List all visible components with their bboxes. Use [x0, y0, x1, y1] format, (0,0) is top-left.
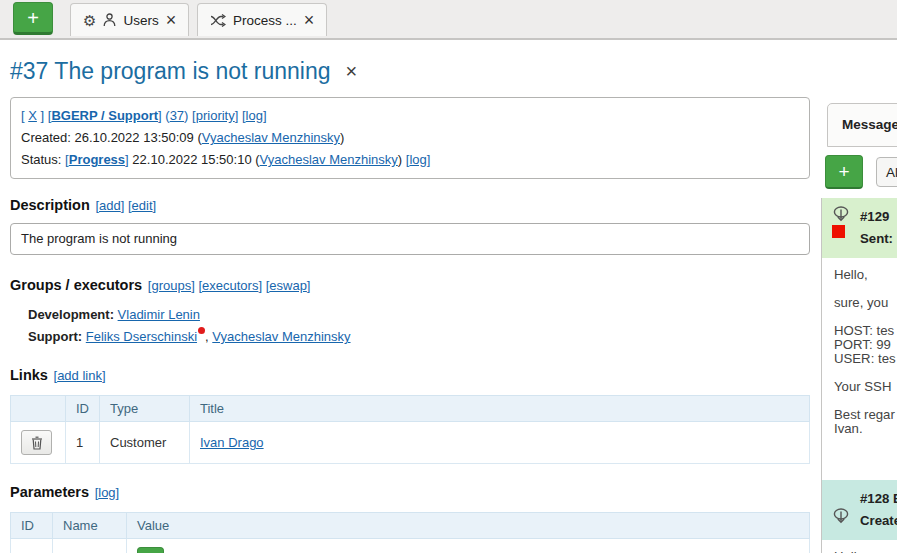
tab-users-close-icon[interactable]: × [166, 13, 177, 27]
new-tab-button[interactable]: + [13, 2, 53, 35]
messages-tab-label: Messages [842, 117, 897, 132]
parameters-table: ID Name Value 1 Address + [10, 512, 810, 553]
status-log-link[interactable]: log [409, 152, 426, 167]
created-datetime: 26.10.2022 13:50:09 [75, 130, 194, 145]
tab-process-label: Process ... [233, 13, 297, 28]
groups-link[interactable]: groups [151, 278, 191, 293]
ticket-info-box: X BGERP / Support 37 priority log Create… [10, 97, 810, 179]
ticket-view: #37 The program is not running × X BGERP… [0, 40, 820, 553]
unread-marker-icon [198, 327, 205, 334]
created-line: Created: 26.10.2022 13:50:09 Vyacheslav … [21, 127, 799, 149]
message-body-line [834, 282, 897, 296]
parameter-id-cell: 1 [11, 539, 53, 553]
project-link[interactable]: BGERP / Support [51, 108, 158, 123]
description-heading: Description [10, 197, 90, 213]
status-link[interactable]: Progress [69, 152, 125, 167]
message-body-line: USER: tes [834, 352, 897, 366]
description-text: The program is not running [21, 231, 177, 246]
executor-row-support: Support: Feliks Dserschinski, Vyacheslav… [28, 326, 820, 348]
message-meta: Sent: [860, 228, 893, 250]
links-table: ID Type Title [10, 395, 810, 464]
add-link-link[interactable]: add link [57, 368, 102, 383]
message-header: #128 E Create [822, 480, 897, 540]
created-label: Created: [21, 130, 71, 145]
add-parameter-value-button[interactable]: + [137, 547, 164, 553]
message-body-line: Your SSH [834, 380, 897, 394]
groups-heading-row: Groups / executors groups executors eswa… [10, 275, 820, 296]
gear-icon: ⚙ [83, 13, 96, 28]
description-heading-row: Description add edit [10, 195, 820, 216]
priority-link[interactable]: priority [196, 108, 235, 123]
link-type-cell: Customer [100, 422, 190, 464]
executor-link[interactable]: Feliks Dserschinski [86, 329, 197, 344]
description-add-link[interactable]: add [99, 198, 121, 213]
incoming-message-icon [832, 508, 850, 524]
links-col-type: Type [100, 396, 190, 422]
executor-separator: , [205, 329, 209, 344]
executors-link[interactable]: executors [202, 278, 258, 293]
parameters-col-name: Name [53, 513, 127, 539]
created-user-link[interactable]: Vyacheslav Menzhinsky [202, 130, 340, 145]
links-col-title: Title [190, 396, 810, 422]
tab-messages[interactable]: Messages [827, 103, 897, 147]
message-id: #128 E [860, 488, 897, 510]
parameters-heading: Parameters [10, 484, 89, 500]
links-table-header-row: ID Type Title [11, 396, 810, 422]
message-card[interactable]: #128 E Create Hello, [822, 480, 897, 553]
message-body: Hello,sure, youHOST: tesPORT: 99USER: te… [822, 258, 897, 480]
ticket-links-line: X BGERP / Support 37 priority log [21, 105, 799, 127]
ticket-id-link[interactable]: 37 [170, 108, 184, 123]
parameters-log-link[interactable]: log [98, 485, 115, 500]
message-body-line [834, 394, 897, 408]
message-body-line [834, 366, 897, 380]
message-header: #129 Sent: [822, 198, 897, 258]
message-body-line: Ivan. [834, 422, 897, 436]
alert-flag-icon [832, 225, 845, 238]
message-card[interactable]: #129 Sent: Hello,sure, youHOST: tesPORT:… [822, 198, 897, 480]
link-title-link[interactable]: Ivan Drago [200, 435, 264, 450]
status-label: Status: [21, 152, 61, 167]
status-datetime: 22.10.2022 15:50:10 [132, 152, 251, 167]
tab-users[interactable]: ⚙ Users × [70, 3, 189, 36]
message-body: Hello, [822, 540, 897, 553]
parameter-name-cell: Address [53, 539, 127, 553]
group-label: Development: [28, 307, 114, 322]
executor-link[interactable]: Vladimir Lenin [118, 307, 200, 322]
delete-link-button[interactable] [21, 430, 52, 455]
tab-users-label: Users [123, 13, 158, 28]
parameters-heading-row: Parameters log [10, 482, 820, 503]
all-messages-button[interactable]: All [876, 157, 897, 187]
add-message-button[interactable]: + [825, 155, 863, 189]
links-col-id: ID [66, 396, 100, 422]
message-body-line: PORT: 99 [834, 338, 897, 352]
message-body-line: Best regar [834, 408, 897, 422]
parameters-col-value: Value [127, 513, 810, 539]
messages-panel: Messages + All #129 Sent: [821, 40, 897, 553]
parameters-table-header-row: ID Name Value [11, 513, 810, 539]
log-link[interactable]: log [246, 108, 263, 123]
tab-bar: + ⚙ Users × Process ... × [0, 0, 897, 40]
groups-heading: Groups / executors [10, 277, 142, 293]
links-col-actions [11, 396, 66, 422]
message-body-line [834, 310, 897, 324]
table-row: 1 Address + [11, 539, 810, 553]
tab-process-close-icon[interactable]: × [304, 13, 315, 27]
message-id: #129 [860, 206, 893, 228]
status-user-link[interactable]: Vyacheslav Menzhinsky [260, 152, 398, 167]
close-ticket-icon[interactable]: × [346, 60, 358, 83]
eswap-link[interactable]: eswap [269, 278, 307, 293]
message-body-line: sure, you [834, 296, 897, 310]
executors-list: Development: Vladimir Lenin Support: Fel… [10, 304, 820, 348]
tab-process[interactable]: Process ... × [197, 3, 327, 36]
description-box: The program is not running [10, 223, 810, 255]
incoming-message-icon [832, 206, 850, 222]
executor-link[interactable]: Vyacheslav Menzhinsky [212, 329, 350, 344]
message-list: #129 Sent: Hello,sure, youHOST: tesPORT:… [821, 198, 897, 553]
message-body-line: HOST: tes [834, 324, 897, 338]
table-row: 1 Customer Ivan Drago [11, 422, 810, 464]
description-edit-link[interactable]: edit [132, 198, 153, 213]
status-line: Status: Progress 22.10.2022 15:50:10 Vya… [21, 149, 799, 171]
message-meta: Create [860, 510, 897, 532]
hide-link[interactable]: X [28, 108, 37, 123]
parameters-col-id: ID [11, 513, 53, 539]
